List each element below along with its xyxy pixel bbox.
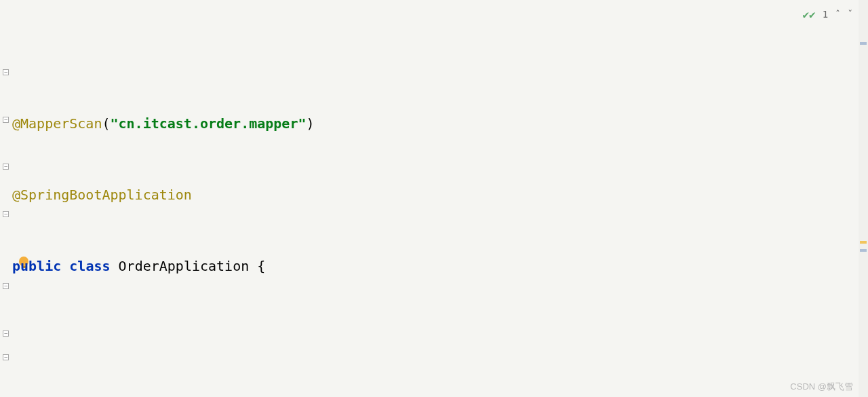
gutter bbox=[0, 0, 12, 397]
prev-highlight-icon[interactable]: ˆ bbox=[835, 3, 840, 26]
keyword: class bbox=[69, 254, 110, 278]
fold-toggle-method[interactable] bbox=[3, 117, 9, 123]
code-area[interactable]: ✔✔ 1 ˆ ˇ @MapperScan("cn.itcast.order.ma… bbox=[12, 0, 868, 397]
fold-toggle-comment-end[interactable] bbox=[3, 211, 9, 217]
code-line[interactable]: @MapperScan("cn.itcast.order.mapper") bbox=[12, 112, 868, 136]
code-line[interactable]: @SpringBootApplication bbox=[12, 183, 868, 207]
class-name: OrderApplication bbox=[119, 254, 250, 278]
annotation: @MapperScan bbox=[12, 112, 102, 136]
code-line[interactable]: public class OrderApplication { bbox=[12, 254, 868, 278]
watermark: CSDN @飘飞雪 bbox=[790, 381, 853, 393]
brace: { bbox=[249, 254, 265, 278]
fold-toggle-class-end[interactable] bbox=[3, 354, 9, 360]
problems-count: 1 bbox=[823, 3, 828, 26]
fold-toggle-comment[interactable] bbox=[3, 164, 9, 170]
editor-pane: ✔✔ 1 ˆ ˇ @MapperScan("cn.itcast.order.ma… bbox=[0, 0, 868, 397]
stripe-marker-warning[interactable] bbox=[860, 241, 867, 244]
next-highlight-icon[interactable]: ˇ bbox=[848, 3, 853, 26]
stripe-marker-info[interactable] bbox=[860, 42, 867, 45]
fold-toggle-class[interactable] bbox=[3, 69, 9, 75]
fold-toggle-method2[interactable] bbox=[3, 283, 9, 289]
string-literal: "cn.itcast.order.mapper" bbox=[111, 112, 307, 136]
code-line[interactable] bbox=[12, 326, 868, 349]
error-stripe[interactable] bbox=[859, 0, 868, 397]
inspection-widget[interactable]: ✔✔ 1 ˆ ˇ bbox=[802, 3, 853, 26]
fold-toggle-method2-end[interactable] bbox=[3, 330, 9, 337]
keyword: public bbox=[12, 254, 61, 278]
check-icon: ✔✔ bbox=[802, 3, 815, 26]
paren: ( bbox=[102, 112, 110, 136]
annotation: @SpringBootApplication bbox=[12, 183, 192, 207]
paren: ) bbox=[306, 112, 314, 136]
stripe-marker-info[interactable] bbox=[860, 249, 867, 252]
